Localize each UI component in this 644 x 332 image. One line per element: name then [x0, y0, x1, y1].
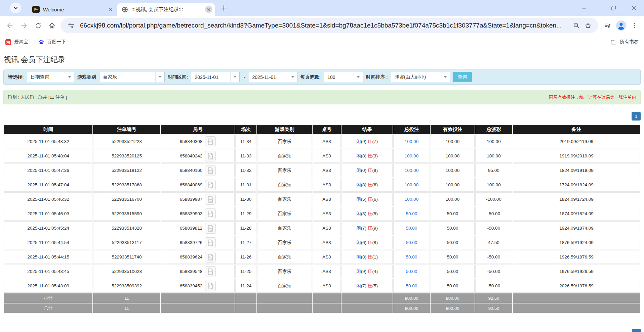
video-record-button[interactable] — [205, 151, 216, 161]
cell-result: 闲(8) 庄(3) — [341, 149, 393, 163]
back-button[interactable] — [3, 18, 17, 33]
tab-search-button[interactable] — [10, 3, 21, 13]
video-record-button[interactable] — [205, 223, 216, 234]
cell-total-bet: 50.00 — [393, 221, 430, 235]
chevron-down-icon[interactable] — [65, 72, 74, 82]
zoom-out-icon[interactable] — [571, 20, 582, 31]
bookmark-star-icon[interactable] — [582, 20, 594, 31]
video-record-button[interactable] — [205, 252, 216, 263]
page-1-button[interactable]: 1 — [632, 112, 641, 121]
video-record-button[interactable] — [205, 165, 216, 176]
banker-result: 庄 — [368, 197, 372, 202]
cell-result: 闲(8) 庄(1) — [341, 250, 393, 264]
taobao-icon: 淘 — [5, 39, 11, 45]
total-row-cell-7 — [341, 303, 393, 313]
cell-round: 658839548 — [161, 265, 235, 278]
bookmark-baidu[interactable]: 百度一下 — [38, 39, 66, 45]
chevron-down-icon[interactable] — [155, 72, 164, 82]
video-record-button[interactable] — [205, 180, 216, 190]
round-number: 658839624 — [180, 254, 203, 259]
search-button[interactable]: 查询 — [453, 72, 472, 82]
page-size-combobox[interactable]: 100 — [324, 72, 363, 82]
cell-time: 2025-11-01 05:44:15 — [4, 250, 92, 264]
cell-table-no: AS3 — [313, 221, 341, 235]
tab-close-button[interactable] — [107, 6, 114, 13]
video-record-button[interactable] — [205, 281, 216, 291]
total-bet-link[interactable]: 50.00 — [406, 226, 417, 231]
url-text[interactable]: 66cxkj98.com/ipl/portal.php/game/betreco… — [80, 22, 571, 29]
cell-total-bet: 50.00 — [393, 236, 430, 249]
game-type-combobox[interactable]: 百家乐 — [99, 72, 165, 82]
cell-payout: -50.00 — [475, 265, 512, 278]
summary-text: 币别 : 人民币 | 总共 :11 注单 | — [8, 94, 67, 100]
video-record-button[interactable] — [205, 266, 216, 277]
cell-session: 11-30 — [235, 192, 256, 206]
video-record-button[interactable] — [205, 136, 216, 147]
chevron-down-icon[interactable] — [354, 72, 363, 82]
cell-session: 11-28 — [235, 221, 256, 235]
chevron-down-icon[interactable] — [230, 72, 239, 82]
player-result: 闲 — [356, 153, 361, 158]
total-bet-link[interactable]: 50.00 — [406, 269, 417, 274]
cell-valid-bet: 50.00 — [431, 250, 475, 264]
forward-button[interactable] — [17, 18, 31, 33]
site-settings-icon[interactable] — [65, 20, 77, 31]
video-record-button[interactable] — [205, 194, 216, 205]
cell-remark: 2026.59/1976.59 — [513, 279, 640, 293]
query-type-combobox[interactable]: 日期查询 — [27, 72, 74, 82]
cell-bet-id: 522933510628 — [93, 265, 160, 278]
total-bet-link[interactable]: 100.00 — [405, 182, 418, 187]
table-row: 2025-11-01 05:45:24522933514328658839812… — [4, 221, 640, 235]
home-button[interactable] — [45, 18, 59, 33]
cell-total-bet: 100.00 — [393, 149, 430, 163]
restore-icon — [611, 6, 616, 10]
cell-table-no: AS3 — [313, 207, 341, 221]
all-bookmarks[interactable]: 所有书签 — [605, 39, 639, 45]
cell-round: 658840242 — [161, 149, 235, 163]
address-bar[interactable]: 66cxkj98.com/ipl/portal.php/game/betreco… — [61, 18, 598, 33]
column-header-10: 总派彩 — [475, 125, 512, 134]
date-from-combobox[interactable]: 2025-11-01 — [191, 72, 240, 82]
cell-result: 闲(9) 庄(7) — [341, 135, 393, 148]
date-to-combobox[interactable]: 2025-11-01 — [249, 72, 297, 82]
window-minimize-button[interactable] — [579, 4, 589, 12]
video-record-button[interactable] — [205, 208, 216, 219]
table-row: 2025-11-01 05:44:15522933511740658839624… — [4, 250, 640, 264]
video-record-button[interactable] — [205, 237, 216, 248]
media-controls-button[interactable] — [601, 19, 614, 32]
cell-payout: -50.00 — [475, 279, 512, 293]
chevron-down-icon[interactable] — [441, 72, 450, 82]
new-tab-button[interactable] — [220, 4, 228, 12]
cell-game-type: 百家乐 — [257, 221, 312, 235]
total-bet-link[interactable]: 100.00 — [405, 153, 418, 158]
total-bet-link[interactable]: 50.00 — [406, 211, 417, 216]
baidu-paw-icon — [38, 39, 44, 45]
menu-button[interactable] — [628, 19, 641, 32]
tab-betrecord[interactable]: :::视讯, 会员下注纪录::: — [117, 3, 215, 16]
cell-valid-bet: 50.00 — [431, 236, 475, 249]
tab-welcome[interactable]: Welcome — [29, 3, 117, 16]
page-1-button[interactable]: 1 — [632, 329, 641, 332]
total-bet-link[interactable]: 50.00 — [406, 283, 417, 288]
total-bet-link[interactable]: 50.00 — [406, 240, 417, 245]
profile-avatar[interactable] — [614, 19, 628, 32]
window-restore-button[interactable] — [609, 4, 618, 12]
cell-result: 闲(7) 庄(9) — [341, 221, 393, 235]
cell-round: 658839452 — [161, 279, 235, 293]
reload-button[interactable] — [31, 18, 45, 33]
bookmark-taobao[interactable]: 淘 爱淘宝 — [5, 39, 28, 45]
window-close-button[interactable] — [630, 4, 639, 12]
total-bet-link[interactable]: 50.00 — [406, 254, 417, 259]
chevron-down-icon[interactable] — [288, 72, 297, 82]
video-record-icon — [207, 182, 213, 188]
tab-close-button[interactable] — [205, 6, 212, 13]
close-icon — [109, 7, 113, 12]
total-bet-link[interactable]: 100.00 — [405, 139, 418, 144]
total-bet-link[interactable]: 100.00 — [405, 168, 418, 173]
total-bet-link[interactable]: 100.00 — [405, 197, 418, 202]
sort-combobox[interactable]: 降幂(由大到小) — [391, 72, 450, 82]
total-row-cell-6 — [313, 303, 341, 313]
globe-icon — [122, 6, 128, 13]
subtotal-row-cell-3 — [161, 293, 235, 303]
table-row: 2025-11-01 05:48:04522933520125658840242… — [4, 149, 640, 163]
